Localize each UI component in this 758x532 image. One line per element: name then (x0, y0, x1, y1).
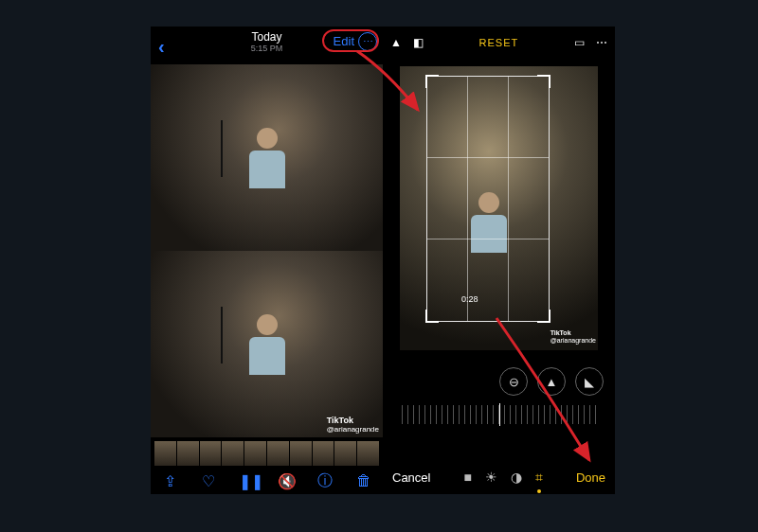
editor-mode-tabs: ■ ☀ ◑ ⌗ (463, 470, 542, 486)
video-frame-lower: TikTok @arianagrande (151, 251, 383, 437)
viewer-bottom-toolbar: ⇪ ♡ ❚❚ 🔇 ⓘ 🗑 (151, 468, 383, 494)
microphone-prop (221, 120, 223, 177)
trash-icon[interactable]: 🗑 (355, 472, 372, 489)
aspect-ratio-icon[interactable]: ▭ (574, 36, 585, 49)
scrubber-filmstrip[interactable] (154, 441, 379, 466)
watermark-handle: @arianagrande (550, 337, 596, 344)
tiktok-watermark: TikTok @arianagrande (550, 329, 596, 345)
video-frame-upper (151, 64, 383, 251)
rotate-controls: ⊖ ▲ ◣ (499, 367, 604, 396)
editor-more-icon[interactable]: ⋯ (596, 36, 607, 49)
playhead-time: 0:28 (461, 294, 478, 304)
mute-icon[interactable]: 🔇 (278, 472, 295, 490)
crop-rectangle[interactable]: 0:28 (426, 76, 550, 322)
share-icon[interactable]: ⇪ (161, 472, 178, 490)
photos-viewer-pane: ‹ Today 5:15 PM Edit ⋯ TikTok @arianagra… (151, 27, 383, 494)
viewer-top-bar: ‹ Today 5:15 PM Edit ⋯ (151, 27, 383, 64)
info-icon[interactable]: ⓘ (316, 471, 334, 491)
microphone-prop (221, 307, 223, 364)
singer-figure (249, 128, 285, 188)
horizontal-perspective-button[interactable]: ◣ (575, 367, 604, 396)
annotation-edit-highlight (322, 29, 379, 52)
filters-tab-icon[interactable]: ◑ (511, 470, 522, 485)
heart-icon[interactable]: ♡ (200, 472, 217, 490)
watermark-handle: @arianagrande (327, 425, 379, 434)
done-button[interactable]: Done (576, 470, 605, 485)
vertical-perspective-button[interactable]: ▲ (537, 367, 566, 396)
tiktok-watermark: TikTok @arianagrande (327, 417, 379, 434)
screenshot-stage: ‹ Today 5:15 PM Edit ⋯ TikTok @arianagra… (151, 27, 615, 494)
editor-bottom-bar: Cancel ■ ☀ ◑ ⌗ Done (383, 460, 615, 494)
flip-vertical-icon[interactable]: ▲ (390, 36, 402, 49)
watermark-brand: TikTok (327, 416, 353, 425)
crop-handle-tl[interactable] (425, 75, 439, 88)
adjust-tab-icon[interactable]: ☀ (485, 470, 497, 485)
crop-handle-bl[interactable] (425, 310, 439, 323)
crop-editor-pane: ▲ ◧ RESET ▭ ⋯ 0:28 TikTok @arianagrande (383, 27, 615, 494)
singer-figure (249, 314, 285, 375)
pause-icon[interactable]: ❚❚ (239, 472, 256, 490)
crop-handle-br[interactable] (537, 310, 550, 323)
video-preview-area[interactable]: TikTok @arianagrande (151, 64, 383, 437)
rotation-dial[interactable] (402, 405, 596, 424)
flip-horizontal-icon[interactable]: ◧ (413, 36, 424, 49)
cancel-button[interactable]: Cancel (392, 470, 430, 485)
crop-tab-icon[interactable]: ⌗ (535, 470, 543, 486)
reset-button[interactable]: RESET (479, 37, 519, 48)
watermark-brand: TikTok (550, 329, 571, 336)
straighten-button[interactable]: ⊖ (499, 367, 528, 396)
crop-handle-tr[interactable] (537, 75, 550, 88)
crop-canvas[interactable]: 0:28 TikTok @arianagrande (400, 66, 598, 350)
editor-top-bar: ▲ ◧ RESET ▭ ⋯ (383, 27, 615, 59)
video-tab-icon[interactable]: ■ (463, 470, 471, 485)
